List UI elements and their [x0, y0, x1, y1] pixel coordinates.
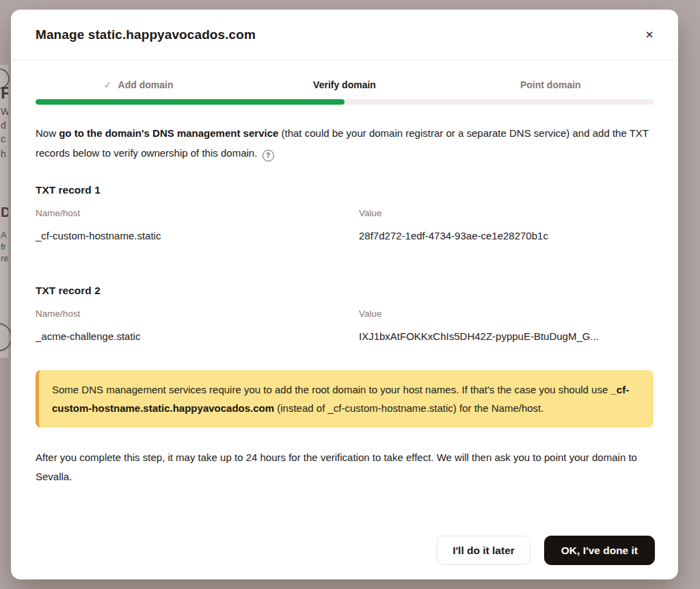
intro-text: Now	[36, 127, 59, 139]
step-point-domain: Point domain	[448, 79, 654, 90]
record-value: IXJ1bxAtFOKKxChIs5DH42Z-pyppuE-BtuDugM_G…	[359, 330, 654, 342]
close-icon[interactable]: ✕	[640, 25, 659, 44]
background-text-fragment: D	[1, 205, 8, 219]
record-title: TXT record 1	[36, 184, 654, 196]
background-text-fragment: W	[1, 107, 8, 116]
progress-bar-track	[36, 99, 654, 105]
step-add-domain: ✓ Add domain	[36, 79, 241, 90]
name-host-value: _cf-custom-hostname.static	[36, 230, 359, 241]
name-host-value: _acme-challenge.static	[36, 330, 359, 342]
ok-done-button[interactable]: OK, I've done it	[544, 536, 655, 566]
record-column-headers: Name/host Value	[36, 208, 654, 218]
background-text-fragment: h	[1, 149, 8, 159]
background-text-fragment: c	[1, 134, 8, 144]
modal-title: Manage static.happyavocados.com	[36, 27, 256, 42]
step-label: Point domain	[520, 79, 581, 90]
record-values: _acme-challenge.static IXJ1bxAtFOKKxChIs…	[36, 330, 654, 342]
progress-bar-fill	[36, 99, 345, 105]
modal-body: ✓ Add domain Verify domain Point domain …	[11, 79, 678, 486]
verification-note: After you complete this step, it may tak…	[36, 448, 654, 486]
record-column-headers: Name/host Value	[36, 309, 654, 319]
manage-domain-modal: Manage static.happyavocados.com ✕ ✓ Add …	[11, 10, 678, 579]
record-title: TXT record 2	[36, 285, 654, 297]
record-value: 28f7d272-1edf-4734-93ae-ce1e28270b1c	[359, 230, 654, 241]
background-text-fragment: d	[1, 120, 8, 130]
name-host-label: Name/host	[36, 208, 359, 218]
background-text-fragment: re	[1, 254, 8, 263]
step-labels: ✓ Add domain Verify domain Point domain	[36, 79, 654, 90]
checkmark-icon: ✓	[104, 79, 112, 90]
wizard-stepper: ✓ Add domain Verify domain Point domain	[36, 79, 654, 105]
warning-text: Some DNS management services require you…	[52, 384, 610, 395]
value-label: Value	[359, 309, 654, 319]
txt-record-2: TXT record 2 Name/host Value _acme-chall…	[36, 285, 654, 342]
help-icon[interactable]: ?	[262, 150, 274, 161]
intro-paragraph: Now go to the domain's DNS management se…	[36, 123, 654, 163]
intro-text-bold: go to the domain's DNS management servic…	[59, 127, 278, 139]
warning-text: (instead of _cf-custom-hostname.static) …	[274, 402, 543, 414]
record-values: _cf-custom-hostname.static 28f7d272-1edf…	[36, 230, 654, 241]
txt-record-1: TXT record 1 Name/host Value _cf-custom-…	[36, 184, 654, 241]
modal-header: Manage static.happyavocados.com ✕	[11, 10, 678, 60]
dns-root-domain-warning: Some DNS management services require you…	[36, 370, 654, 428]
modal-footer-actions: I'll do it later OK, I've done it	[437, 536, 655, 566]
background-text-fragment: P	[1, 85, 8, 101]
name-host-label: Name/host	[36, 309, 359, 319]
step-label: Verify domain	[313, 79, 376, 90]
background-text-fragment: A	[1, 231, 8, 239]
do-it-later-button[interactable]: I'll do it later	[437, 536, 530, 566]
value-label: Value	[359, 208, 654, 218]
background-text-fragment: fr	[1, 242, 8, 251]
step-label: Add domain	[118, 79, 174, 90]
step-verify-domain: Verify domain	[241, 79, 447, 90]
